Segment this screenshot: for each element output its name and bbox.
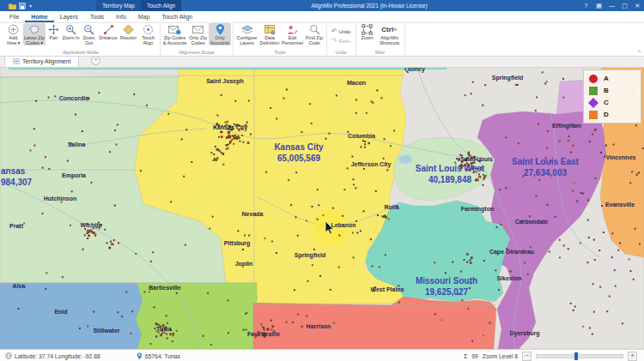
touch-align-button[interactable]: Touch Align (138, 23, 158, 45)
territory-value: 65,005,569 (277, 153, 320, 163)
city-label: Alva (13, 283, 26, 289)
button-label: Edit Personnel (281, 35, 304, 45)
city-label: Dyersburg (509, 330, 539, 337)
view-tab-strip: Territory Alignment + (0, 55, 644, 68)
lasso-zip-codes-button[interactable]: Lasso Zip Codes ▾ (23, 23, 46, 45)
city-label: Evansville (605, 202, 635, 208)
only-zip-codes-button[interactable]: Only Zip Codes (187, 23, 209, 45)
zoom-button[interactable]: Zoom (358, 23, 377, 40)
zoom-in-button[interactable]: + (628, 352, 637, 361)
ribbon-tab-layers[interactable]: Layers (54, 11, 84, 22)
group-label: Undo (327, 49, 355, 56)
territory-label: Kansas City (274, 142, 324, 152)
pan-button[interactable]: Pan (46, 23, 62, 40)
save-icon[interactable] (19, 3, 27, 9)
territory-value: 984,307 (1, 177, 33, 187)
ribbon-group-application-mode: Add View ▾Lasso Zip Codes ▾PanZoom InZoo… (2, 23, 161, 56)
close-button[interactable]: ✕ (631, 0, 644, 11)
city-label: Joplin (235, 261, 253, 268)
zip-accounts-icon (168, 24, 181, 35)
alignmix-shortcuts-button[interactable]: Ctrl+AlignMix Shortcuts (377, 23, 403, 45)
zoom-in-button[interactable]: Zoom In (62, 23, 80, 40)
redo-icon: ↷ (331, 37, 337, 45)
ribbon-tab-info[interactable]: Info (110, 11, 132, 22)
map-canvas[interactable]: QuincySaint JosephMaconSpringfieldConcor… (0, 67, 644, 349)
city-label: Vincennes (606, 154, 636, 160)
lasso-icon (28, 24, 40, 35)
ribbon-options-button[interactable]: ▦ (592, 0, 605, 11)
ribbon-tab-strip: FileHomeLayersToolsInfoMapTouch Align (0, 11, 644, 23)
city-label: Hutchinson (44, 196, 77, 202)
zoom-box-icon (361, 24, 373, 35)
button-label: AlignMix Shortcuts (377, 35, 403, 45)
button-label: Redo (339, 39, 351, 44)
ribbon-tab-touch-align[interactable]: Touch Align (155, 11, 198, 22)
button-label: Undo (339, 29, 351, 34)
zoom-slider-thumb[interactable] (574, 352, 578, 360)
window-title: AlignMix Professional 2021 (In-House Lic… (172, 0, 567, 11)
ribbon-tab-home[interactable]: Home (25, 11, 53, 22)
city-label: Springfield (295, 252, 326, 259)
sum-icon: Σ (464, 353, 467, 359)
territory-label: ansas (1, 166, 26, 176)
button-label: Touch Align (138, 35, 158, 45)
legend-label: D (604, 111, 609, 118)
only-accounts-button[interactable]: Only Accounts (209, 23, 231, 45)
redo-button[interactable]: ↷Redo (329, 36, 354, 45)
contextual-tab-touch-align[interactable]: Touch Align (141, 0, 181, 11)
find-zip-code-button[interactable]: Find Zip Code (304, 23, 325, 45)
titlebar: ▾ Territory MapTouch Align AlignMix Prof… (0, 0, 644, 11)
city-label: Effingham (552, 123, 581, 129)
city-label: Pittsburg (224, 240, 251, 247)
data-definition-icon (264, 24, 276, 35)
ribbon-collapse-button[interactable]: ^ (638, 49, 641, 55)
qat-dropdown-icon[interactable]: ▾ (29, 3, 32, 9)
open-file-icon[interactable] (9, 3, 16, 9)
city-label: Kansas City (213, 124, 247, 131)
pin-icon (137, 352, 143, 360)
group-label: Misc (356, 49, 404, 56)
find-zip-icon (309, 24, 320, 35)
add-view-button[interactable]: Add View ▾ (3, 23, 23, 45)
pan-icon (48, 24, 59, 35)
distance-button[interactable]: Distance (98, 23, 118, 40)
ribbon-tab-map[interactable]: Map (132, 11, 156, 22)
undo-button[interactable]: ↶Undo (329, 27, 354, 36)
city-label: Macon (347, 80, 366, 86)
zip-codes-accounts-button[interactable]: Zip Codes & Accounts (162, 23, 187, 45)
ribbon-tab-tools[interactable]: Tools (84, 11, 110, 22)
region-oklahoma-east[interactable] (136, 283, 257, 349)
data-definition-button[interactable]: Data Definition (258, 23, 281, 45)
configure-layers-button[interactable]: Configure Layers (235, 23, 258, 45)
zoom-slider[interactable] (536, 354, 623, 358)
zoom-out-button[interactable]: Zoom Out (80, 23, 98, 45)
city-label: Carbondale (515, 219, 549, 225)
territory-label: Missouri South (416, 276, 477, 286)
restore-button[interactable]: ▢ (618, 0, 631, 11)
city-label: Cape Girardeau (489, 249, 534, 256)
zoom-out-button[interactable]: − (522, 352, 532, 361)
map-view-icon (13, 58, 20, 64)
ribbon-group-tools: Configure LayersData DefinitionEdit Pers… (234, 23, 327, 56)
territory-map[interactable]: QuincySaint JosephMaconSpringfieldConcor… (0, 67, 644, 349)
city-label: Enid (54, 309, 67, 315)
contextual-tab-territory-map[interactable]: Territory Map (96, 0, 141, 11)
city-label: Rolla (384, 204, 398, 210)
ribbon-tab-file[interactable]: File (3, 11, 25, 22)
territory-value: 19,625,027 (425, 287, 468, 297)
city-label: Jefferson City (351, 161, 392, 168)
legend-item-d: D (589, 109, 637, 120)
edit-personnel-button[interactable]: Edit Personnel (281, 23, 304, 45)
only-zip-icon (192, 24, 204, 35)
button-label: Configure Layers (235, 35, 258, 45)
add-view-tab-button[interactable]: + (91, 56, 100, 65)
recolor-button[interactable]: Recolor (118, 23, 138, 40)
button-label: Distance (99, 35, 117, 40)
city-label: Springfield (492, 75, 524, 81)
tab-territory-alignment[interactable]: Territory Alignment (4, 55, 79, 67)
legend-label: B (604, 87, 609, 94)
help-button[interactable]: ? (580, 0, 592, 11)
status-coordinates: Latitude: 37.74 Longitude: -92.88 (15, 353, 100, 359)
minimize-button[interactable]: — (605, 0, 618, 11)
button-label: Zoom (361, 35, 374, 40)
